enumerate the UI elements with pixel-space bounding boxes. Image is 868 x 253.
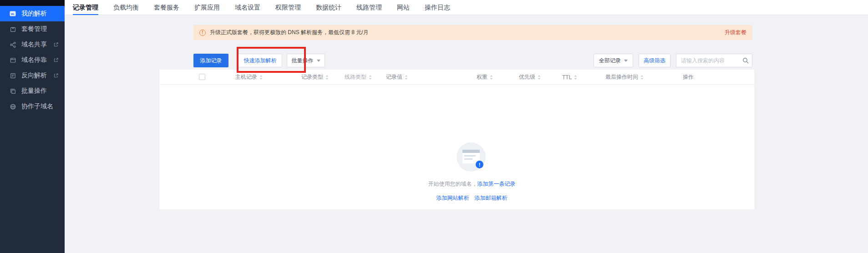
tab-extended-apps[interactable]: 扩展应用 bbox=[194, 0, 220, 15]
column-record-value[interactable]: 记录值 bbox=[386, 70, 408, 85]
sidebar-item-label: 域名共享 bbox=[21, 40, 47, 49]
search-box bbox=[676, 54, 752, 67]
empty-state-message: 开始使用您的域名，添加第一条记录 bbox=[159, 180, 754, 188]
sort-icon bbox=[640, 75, 644, 80]
sidebar-item-domain-sharing[interactable]: 域名共享 bbox=[0, 37, 65, 52]
column-last-operation-time[interactable]: 最后操作时间 bbox=[605, 70, 644, 85]
dnspod-logo-icon: w. bbox=[9, 10, 16, 17]
column-priority[interactable]: 优先级 bbox=[519, 70, 541, 85]
chevron-down-icon bbox=[317, 60, 320, 62]
sidebar-item-label: 域名停靠 bbox=[21, 56, 47, 64]
tab-load-balance[interactable]: 负载均衡 bbox=[113, 0, 139, 15]
tab-record-management[interactable]: 记录管理 bbox=[73, 0, 98, 15]
share-icon bbox=[9, 41, 16, 48]
add-first-record-link[interactable]: 添加第一条记录 bbox=[477, 181, 516, 187]
sidebar-item-collaborative-subdomains[interactable]: 协作子域名 bbox=[0, 99, 65, 114]
tab-domain-settings[interactable]: 域名设置 bbox=[235, 0, 260, 15]
add-website-dns-link[interactable]: 添加网站解析 bbox=[437, 195, 469, 201]
tab-line-management[interactable]: 线路管理 bbox=[356, 0, 382, 15]
column-ttl[interactable]: TTL bbox=[562, 70, 577, 85]
sort-icon bbox=[538, 75, 541, 80]
advanced-filter-button[interactable]: 高级筛选 bbox=[639, 54, 670, 67]
add-record-button[interactable]: 添加记录 bbox=[193, 54, 228, 67]
search-input[interactable] bbox=[676, 54, 752, 67]
sort-icon bbox=[325, 75, 329, 80]
upgrade-banner: 升级正式版套餐，获得更极致的 DNS 解析服务，最低仅需 8 元/月 升级套餐 bbox=[193, 25, 752, 40]
upgrade-plan-link[interactable]: 升级套餐 bbox=[725, 29, 746, 36]
globe-icon bbox=[9, 103, 16, 110]
sidebar-item-label: 协作子域名 bbox=[21, 102, 53, 111]
sort-icon bbox=[259, 75, 263, 80]
sidebar-item-domain-parking[interactable]: 域名停靠 bbox=[0, 52, 65, 68]
record-filter-dropdown[interactable]: 全部记录 bbox=[594, 54, 633, 67]
tab-package-service[interactable]: 套餐服务 bbox=[154, 0, 179, 15]
sidebar-item-label: 反向解析 bbox=[21, 71, 47, 80]
records-panel: 主机记录 记录类型 线路类型 记录值 权重 优先级 bbox=[159, 70, 754, 209]
tab-bar: 记录管理 负载均衡 套餐服务 扩展应用 域名设置 权限管理 数据统计 线路管理 … bbox=[65, 0, 868, 15]
sidebar-item-reverse-dns[interactable]: 反向解析 bbox=[0, 68, 65, 83]
svg-text:w.: w. bbox=[10, 12, 15, 16]
sidebar-item-label: 套餐管理 bbox=[21, 25, 47, 33]
sidebar-item-label: 批量操作 bbox=[21, 87, 47, 95]
document-icon bbox=[9, 72, 16, 79]
sort-icon bbox=[574, 75, 577, 80]
empty-state-quick-links: 添加网站解析添加邮箱解析 bbox=[159, 194, 754, 202]
sort-icon bbox=[490, 75, 493, 80]
column-host-record[interactable]: 主机记录 bbox=[235, 70, 263, 85]
chevron-down-icon bbox=[624, 60, 628, 62]
tab-operation-log[interactable]: 操作日志 bbox=[425, 0, 450, 15]
tab-permission-management[interactable]: 权限管理 bbox=[275, 0, 301, 15]
record-toolbar: 添加记录 快速添加解析 批量操作 全部记录 高级筛选 bbox=[193, 54, 752, 67]
sidebar-item-batch-operations[interactable]: 批量操作 bbox=[0, 83, 65, 99]
exclamation-badge-icon bbox=[476, 161, 483, 168]
table-header-row: 主机记录 记录类型 线路类型 记录值 权重 优先级 bbox=[159, 70, 754, 85]
batch-operations-button[interactable]: 批量操作 bbox=[287, 54, 325, 67]
search-icon[interactable] bbox=[742, 57, 749, 66]
sidebar-item-label: 我的解析 bbox=[21, 10, 47, 18]
external-link-icon bbox=[54, 58, 58, 62]
column-actions: 操作 bbox=[683, 70, 694, 85]
add-email-dns-link[interactable]: 添加邮箱解析 bbox=[475, 195, 508, 201]
empty-state-icon bbox=[457, 142, 486, 172]
empty-state-prefix: 开始使用您的域名， bbox=[428, 181, 477, 187]
record-filter-label: 全部记录 bbox=[599, 57, 621, 65]
copy-icon bbox=[9, 87, 16, 95]
sidebar-item-package-management[interactable]: 套餐管理 bbox=[0, 21, 65, 37]
tab-data-statistics[interactable]: 数据统计 bbox=[316, 0, 341, 15]
sidebar: w. 我的解析 套餐管理 域名共享 域名停靠 反向解析 bbox=[0, 0, 65, 253]
column-weight[interactable]: 权重 bbox=[477, 70, 493, 85]
package-icon bbox=[9, 25, 16, 33]
browser-icon bbox=[9, 56, 16, 64]
sort-icon bbox=[405, 75, 408, 80]
sort-icon bbox=[369, 75, 372, 80]
banner-text: 升级正式版套餐，获得更极致的 DNS 解析服务，最低仅需 8 元/月 bbox=[210, 29, 369, 36]
select-all-checkbox[interactable] bbox=[199, 74, 205, 80]
sidebar-top-strip bbox=[0, 0, 65, 6]
main-content: 记录管理 负载均衡 套餐服务 扩展应用 域名设置 权限管理 数据统计 线路管理 … bbox=[65, 0, 868, 253]
toolbar-right-group: 全部记录 高级筛选 bbox=[594, 54, 752, 67]
column-line-type[interactable]: 线路类型 bbox=[345, 70, 372, 85]
tab-website[interactable]: 网站 bbox=[397, 0, 410, 15]
external-link-icon bbox=[54, 73, 58, 78]
quick-add-dns-button[interactable]: 快速添加解析 bbox=[238, 54, 282, 67]
warning-icon bbox=[199, 30, 206, 36]
column-record-type[interactable]: 记录类型 bbox=[301, 70, 329, 85]
external-link-icon bbox=[54, 42, 58, 47]
batch-operations-label: 批量操作 bbox=[292, 57, 314, 65]
sidebar-item-my-dns[interactable]: w. 我的解析 bbox=[0, 6, 65, 21]
